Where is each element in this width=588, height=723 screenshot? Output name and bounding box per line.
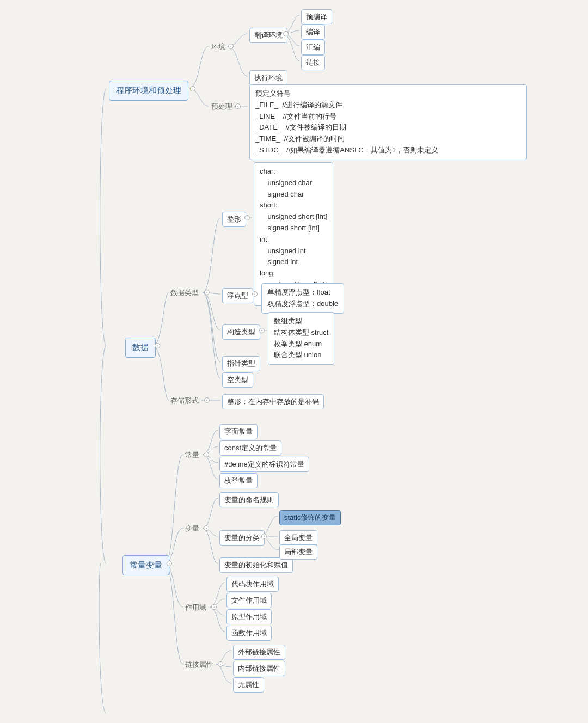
node-no-link[interactable]: 无属性 — [233, 677, 264, 693]
toggle-icon[interactable]: - — [235, 103, 241, 109]
node-static-var[interactable]: static修饰的变量 — [279, 510, 341, 525]
toggle-icon[interactable]: - — [167, 561, 172, 566]
node-storage-detail[interactable]: 整形：在内存中存放的是补码 — [222, 394, 324, 409]
toggle-icon[interactable]: - — [204, 397, 210, 403]
node-float[interactable]: 浮点型 — [222, 288, 253, 303]
node-var-classify[interactable]: 变量的分类 — [219, 530, 265, 546]
node-assemble[interactable]: 汇编 — [301, 40, 325, 55]
node-exec-env[interactable]: 执行环境 — [249, 70, 287, 85]
node-compile[interactable]: 编译 — [301, 24, 325, 40]
node-global-var[interactable]: 全局变量 — [279, 530, 317, 546]
node-struct-detail[interactable]: 数组类型 结构体类型 struct 枚举类型 enum 联合类型 union — [268, 312, 334, 365]
node-struct[interactable]: 构造类型 — [222, 324, 260, 340]
node-float-detail[interactable]: 单精度浮点型：float 双精度浮点型：double — [261, 283, 344, 314]
toggle-icon[interactable]: - — [283, 31, 289, 36]
node-local-var[interactable]: 局部变量 — [279, 544, 317, 560]
node-link[interactable]: 链接 — [301, 55, 325, 70]
toggle-icon[interactable]: - — [218, 661, 223, 667]
node-define-const[interactable]: #define定义的标识符常量 — [219, 457, 309, 472]
toggle-icon[interactable]: - — [204, 525, 209, 531]
branch-scope[interactable]: 作用域 — [185, 603, 206, 612]
toggle-icon[interactable]: - — [252, 291, 258, 297]
toggle-icon[interactable]: - — [211, 604, 217, 610]
branch-link[interactable]: 链接属性 — [185, 660, 213, 670]
toggle-icon[interactable]: - — [204, 290, 210, 295]
node-translate-env[interactable]: 翻译环境 — [249, 28, 287, 43]
node-proto-scope[interactable]: 原型作用域 — [226, 609, 272, 624]
toggle-icon[interactable]: - — [244, 215, 250, 220]
toggle-icon[interactable]: - — [155, 343, 160, 348]
toggle-icon[interactable]: - — [261, 534, 267, 539]
root-data[interactable]: 数据 — [125, 338, 156, 358]
node-const-def[interactable]: const定义的常量 — [219, 440, 281, 456]
node-int[interactable]: 整形 — [222, 212, 246, 227]
node-void[interactable]: 空类型 — [222, 372, 253, 388]
branch-preprocess[interactable]: 预处理 — [211, 102, 232, 112]
toggle-icon[interactable]: - — [190, 86, 195, 91]
branch-var[interactable]: 变量 — [185, 524, 199, 534]
node-precompile[interactable]: 预编译 — [301, 9, 332, 24]
branch-storage[interactable]: 存储形式 — [170, 396, 199, 406]
root-const-var[interactable]: 常量变量 — [122, 555, 169, 575]
toggle-icon[interactable]: - — [259, 328, 265, 333]
branch-datatype[interactable]: 数据类型 — [170, 288, 199, 298]
node-block-scope[interactable]: 代码块作用域 — [226, 577, 279, 592]
node-func-scope[interactable]: 函数作用域 — [226, 626, 272, 641]
node-ext-link[interactable]: 外部链接属性 — [233, 645, 285, 660]
node-preproc-detail[interactable]: 预定义符号 _FILE_ //进行编译的源文件 _LINE_ //文件当前的行号… — [249, 84, 527, 160]
node-var-naming[interactable]: 变量的命名规则 — [219, 492, 279, 507]
node-pointer[interactable]: 指针类型 — [222, 356, 260, 371]
node-var-init[interactable]: 变量的初始化和赋值 — [219, 557, 293, 573]
toggle-icon[interactable]: - — [204, 452, 209, 457]
branch-environment[interactable]: 环境 — [211, 42, 225, 52]
node-file-scope[interactable]: 文件作用域 — [226, 593, 272, 608]
node-int-link[interactable]: 内部链接属性 — [233, 661, 285, 676]
root-program-env[interactable]: 程序环境和预处理 — [109, 81, 188, 101]
toggle-icon[interactable]: - — [228, 44, 234, 49]
node-enum-const[interactable]: 枚举常量 — [219, 473, 258, 488]
branch-const[interactable]: 常量 — [185, 450, 199, 460]
node-literal-const[interactable]: 字面常量 — [219, 424, 258, 439]
